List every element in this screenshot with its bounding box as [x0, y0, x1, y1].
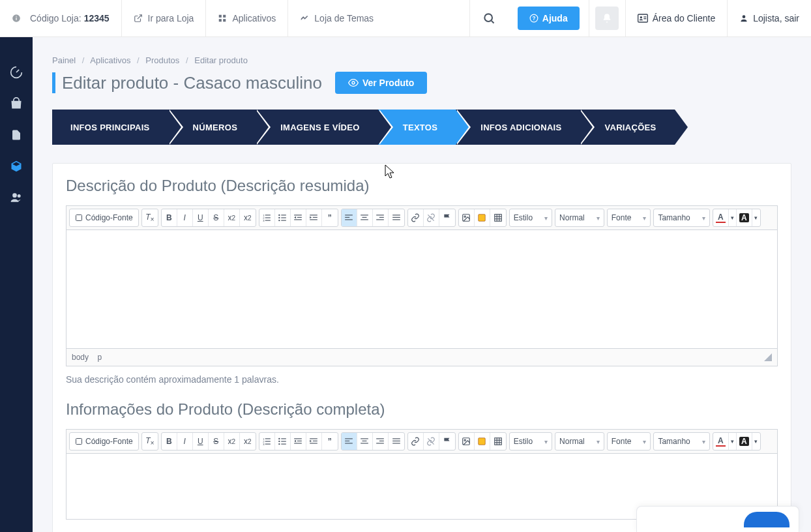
toolbar-embed[interactable]	[475, 209, 490, 226]
step-infos-principais[interactable]: INFOS PRINCIPAIS	[52, 110, 168, 145]
toolbar-bullist[interactable]	[275, 209, 291, 226]
toolbar2-align-left[interactable]	[342, 433, 357, 450]
editor-path-body[interactable]: body	[72, 353, 89, 362]
editor-path-p[interactable]: p	[97, 353, 102, 362]
toolbar2-subscript[interactable]: x2	[224, 433, 240, 450]
toolbar-align-left[interactable]	[342, 209, 357, 226]
search-button[interactable]	[469, 0, 509, 37]
sidebar-box[interactable]	[0, 152, 33, 181]
image-icon	[462, 213, 471, 222]
toolbar-bgcolor-caret[interactable]: ▾	[752, 209, 760, 226]
toolbar2-textcolor-caret[interactable]: ▾	[729, 433, 737, 450]
toolbar2-align-right[interactable]	[373, 433, 389, 450]
editor-body[interactable]	[66, 230, 777, 349]
toolbar-link[interactable]	[408, 209, 424, 226]
svg-rect-87	[362, 441, 367, 441]
toolbar2-bold[interactable]: B	[162, 433, 177, 450]
svg-marker-40	[310, 216, 312, 219]
toolbar-unlink[interactable]	[424, 209, 439, 226]
toolbar2-format-select[interactable]: Normal▾	[555, 432, 604, 451]
step-imagens-video[interactable]: IMAGENS E VÍDEO	[256, 110, 378, 145]
toolbar-source-button[interactable]: Código-Fonte	[70, 209, 138, 226]
toolbar2-font-select[interactable]: Fonte▾	[607, 432, 651, 451]
resize-handle[interactable]	[764, 353, 772, 361]
toolbar2-align-justify[interactable]	[389, 433, 404, 450]
toolbar2-numlist[interactable]: 123	[259, 433, 275, 450]
chat-widget[interactable]	[636, 506, 799, 532]
svg-point-8	[485, 14, 493, 22]
toolbar2-table[interactable]	[490, 433, 506, 450]
toolbar2-bgcolor-caret[interactable]: ▾	[752, 433, 760, 450]
svg-rect-66	[265, 441, 271, 441]
chat-bubble-icon	[744, 512, 789, 527]
svg-rect-72	[281, 441, 286, 441]
toolbar2-anchor[interactable]	[439, 433, 455, 450]
logout-link[interactable]: Lojista, sair	[727, 0, 811, 37]
toolbar-quote[interactable]: ”	[322, 209, 338, 226]
toolbar-strike[interactable]: S	[209, 209, 224, 226]
sidebar-file[interactable]	[0, 121, 33, 149]
toolbar-font-select[interactable]: Fonte▾	[607, 209, 651, 227]
toolbar2-indent[interactable]	[306, 433, 322, 450]
toolbar-outdent[interactable]	[291, 209, 306, 226]
toolbar2-image[interactable]	[459, 433, 475, 450]
flag-icon	[443, 437, 452, 446]
toolbar2-textcolor[interactable]: A	[713, 433, 729, 450]
toolbar2-quote[interactable]: ”	[322, 433, 338, 450]
apps-link[interactable]: Aplicativos	[206, 0, 288, 37]
breadcrumb-apps[interactable]: Aplicativos	[90, 55, 130, 65]
toolbar-size-select[interactable]: Tamanho▾	[653, 209, 709, 227]
toolbar-textcolor-caret[interactable]: ▾	[729, 209, 737, 226]
toolbar-align-center[interactable]	[357, 209, 373, 226]
toolbar-style-select[interactable]: Estilo▾	[509, 209, 552, 227]
toolbar2-strike[interactable]: S	[209, 433, 224, 450]
toolbar-superscript[interactable]: x2	[240, 209, 256, 226]
sidebar-users[interactable]	[0, 183, 33, 212]
svg-point-18	[18, 194, 21, 198]
toolbar-textcolor[interactable]: A	[713, 209, 729, 226]
toolbar2-outdent[interactable]	[291, 433, 306, 450]
brush-icon	[300, 14, 309, 23]
toolbar-table[interactable]	[490, 209, 506, 226]
toolbar-format-select[interactable]: Normal▾	[555, 209, 604, 227]
toolbar-bgcolor[interactable]: A	[737, 209, 752, 226]
toolbar-subscript[interactable]: x2	[224, 209, 240, 226]
toolbar-image[interactable]	[459, 209, 475, 226]
toolbar2-embed[interactable]	[475, 433, 490, 450]
toolbar-align-right[interactable]	[373, 209, 389, 226]
notifications-button[interactable]	[589, 0, 625, 37]
toolbar2-underline[interactable]: U	[193, 433, 209, 450]
toolbar-numlist[interactable]: 123	[259, 209, 275, 226]
go-to-store-link[interactable]: Ir para Loja	[122, 0, 207, 37]
toolbar-align-justify[interactable]	[389, 209, 404, 226]
breadcrumb-painel[interactable]: Painel	[52, 55, 76, 65]
toolbar-italic[interactable]: I	[177, 209, 193, 226]
toolbar2-size-select[interactable]: Tamanho▾	[653, 432, 709, 451]
help-button[interactable]: ? Ajuda	[518, 7, 580, 30]
svg-line-3	[137, 15, 141, 19]
editor-toolbar-2: Código-Fonte T× B I U S x2 x2 123	[66, 430, 777, 454]
toolbar2-align-center[interactable]	[357, 433, 373, 450]
toolbar-remove-format[interactable]: T×	[142, 209, 158, 226]
toolbar-indent[interactable]	[306, 209, 322, 226]
toolbar2-style-select[interactable]: Estilo▾	[509, 432, 552, 451]
sidebar-dashboard[interactable]	[0, 58, 33, 87]
toolbar2-unlink[interactable]	[424, 433, 439, 450]
svg-rect-89	[376, 438, 384, 439]
toolbar2-italic[interactable]: I	[177, 433, 193, 450]
toolbar2-link[interactable]	[408, 433, 424, 450]
toolbar-underline[interactable]: U	[193, 209, 209, 226]
toolbar2-bullist[interactable]	[275, 433, 291, 450]
toolbar2-superscript[interactable]: x2	[240, 433, 256, 450]
toolbar-anchor[interactable]	[439, 209, 455, 226]
themes-link[interactable]: Loja de Temas	[288, 0, 385, 37]
toolbar-bold[interactable]: B	[162, 209, 177, 226]
view-product-button[interactable]: Ver Produto	[335, 72, 427, 94]
toolbar2-bgcolor[interactable]: A	[737, 433, 752, 450]
breadcrumb-products[interactable]: Produtos	[145, 55, 179, 65]
step-infos-adicionais[interactable]: INFOS ADICIONAIS	[456, 110, 580, 145]
sidebar-bag[interactable]	[0, 89, 33, 118]
toolbar2-remove-format[interactable]: T×	[142, 433, 158, 450]
toolbar2-source-button[interactable]: Código-Fonte	[70, 433, 138, 450]
client-area-link[interactable]: Área do Cliente	[625, 0, 728, 37]
